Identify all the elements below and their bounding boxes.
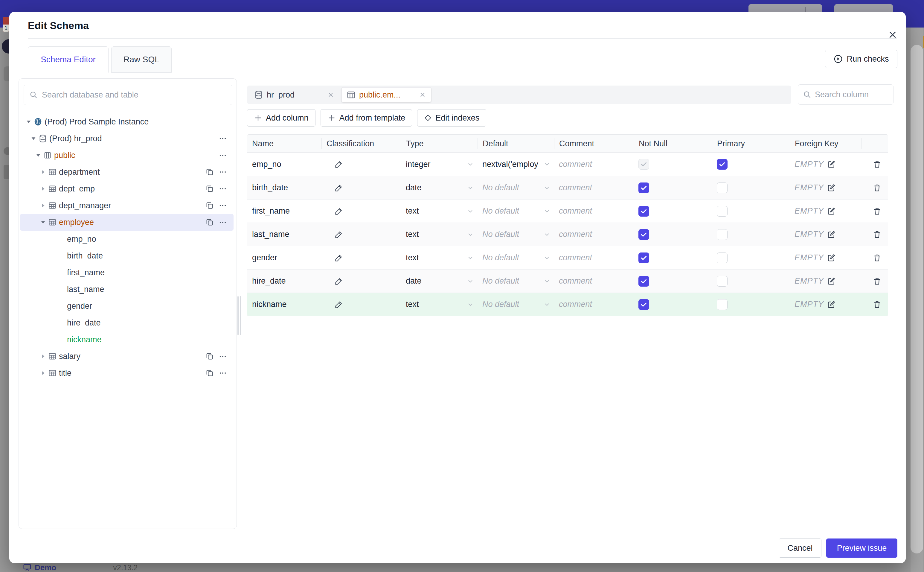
delete-row-icon[interactable]	[873, 277, 882, 286]
comment-cell[interactable]: comment	[554, 253, 634, 263]
delete-row-icon[interactable]	[873, 160, 882, 169]
add-column-button[interactable]: Add column	[247, 109, 315, 127]
chevron-down-icon[interactable]	[543, 278, 550, 285]
panel-resize-handle[interactable]	[237, 296, 241, 335]
primary-checkbox[interactable]	[717, 299, 727, 310]
default-select[interactable]: No default	[478, 207, 554, 216]
edit-foreign-key-icon[interactable]	[827, 277, 836, 286]
primary-checkbox[interactable]	[717, 206, 727, 217]
type-select[interactable]: date	[401, 183, 478, 192]
copy-icon[interactable]	[203, 168, 216, 176]
classification-pencil-icon[interactable]	[335, 300, 343, 309]
delete-row-icon[interactable]	[873, 207, 882, 216]
tree-item-first_name[interactable]: first_name	[20, 264, 234, 281]
copy-icon[interactable]	[203, 218, 216, 227]
copy-icon[interactable]	[203, 369, 216, 377]
comment-cell[interactable]: comment	[554, 183, 634, 192]
column-name[interactable]: gender	[252, 253, 277, 263]
chevron-down-icon[interactable]	[467, 301, 474, 308]
tree-item-title[interactable]: title	[20, 365, 234, 381]
more-menu-icon[interactable]	[216, 201, 229, 210]
column-name[interactable]: last_name	[252, 230, 290, 239]
edit-foreign-key-icon[interactable]	[827, 230, 836, 239]
default-select[interactable]: nextval('employ	[478, 160, 554, 169]
primary-checkbox[interactable]	[717, 252, 727, 263]
type-select[interactable]: text	[401, 230, 478, 239]
chevron-down-icon[interactable]	[467, 254, 474, 261]
add-from-template-button[interactable]: Add from template	[321, 109, 412, 127]
default-select[interactable]: No default	[478, 300, 554, 309]
column-search-box[interactable]	[798, 84, 893, 105]
more-menu-icon[interactable]	[216, 151, 229, 159]
caret-down-icon[interactable]	[34, 152, 42, 159]
demo-badge[interactable]: Demo	[23, 563, 56, 572]
tree-item-last_name[interactable]: last_name	[20, 281, 234, 298]
not-null-checkbox[interactable]	[639, 299, 649, 310]
chevron-down-icon[interactable]	[543, 208, 550, 215]
caret-down-icon[interactable]	[25, 118, 33, 125]
default-select[interactable]: No default	[478, 230, 554, 239]
comment-cell[interactable]: comment	[554, 230, 634, 239]
classification-pencil-icon[interactable]	[335, 230, 343, 239]
more-menu-icon[interactable]	[216, 134, 229, 143]
tree-item-gender[interactable]: gender	[20, 298, 234, 314]
type-select[interactable]: text	[401, 300, 478, 309]
comment-cell[interactable]: comment	[554, 277, 634, 286]
chevron-down-icon[interactable]	[543, 184, 550, 191]
tree-item-employee[interactable]: employee	[20, 214, 234, 231]
delete-row-icon[interactable]	[873, 300, 882, 309]
not-null-checkbox[interactable]	[639, 182, 649, 193]
chevron-down-icon[interactable]	[467, 161, 474, 168]
type-select[interactable]: date	[401, 277, 478, 286]
more-menu-icon[interactable]	[216, 168, 229, 176]
copy-icon[interactable]	[203, 185, 216, 193]
copy-icon[interactable]	[203, 352, 216, 361]
caret-right-icon[interactable]	[39, 185, 47, 192]
caret-right-icon[interactable]	[39, 169, 47, 175]
column-name[interactable]: birth_date	[252, 183, 288, 192]
tree-item-salary[interactable]: salary	[20, 348, 234, 365]
comment-cell[interactable]: comment	[554, 160, 634, 169]
tree-item-nickname[interactable]: nickname	[20, 331, 234, 348]
edit-foreign-key-icon[interactable]	[827, 183, 836, 192]
chevron-down-icon[interactable]	[467, 278, 474, 285]
preview-issue-button[interactable]: Preview issue	[826, 538, 898, 558]
tree-item--prod-hr_prod[interactable]: (Prod) hr_prod	[20, 130, 234, 147]
tree-item-department[interactable]: department	[20, 164, 234, 180]
classification-pencil-icon[interactable]	[335, 160, 343, 168]
tree-search-input[interactable]	[42, 90, 227, 99]
cancel-button[interactable]: Cancel	[779, 538, 822, 558]
caret-right-icon[interactable]	[39, 353, 47, 360]
type-select[interactable]: text	[401, 207, 478, 216]
tab-chip-hr-prod[interactable]: hr_prod	[250, 87, 339, 102]
chevron-down-icon[interactable]	[543, 231, 550, 238]
classification-pencil-icon[interactable]	[335, 207, 343, 215]
not-null-checkbox[interactable]	[639, 229, 649, 240]
comment-cell[interactable]: comment	[554, 300, 634, 309]
classification-pencil-icon[interactable]	[335, 254, 343, 262]
column-name[interactable]: nickname	[252, 300, 287, 309]
default-select[interactable]: No default	[478, 183, 554, 192]
primary-checkbox[interactable]	[717, 229, 727, 240]
close-tab-icon[interactable]	[327, 91, 334, 98]
copy-icon[interactable]	[203, 201, 216, 210]
tree-item-dept_emp[interactable]: dept_emp	[20, 180, 234, 197]
tree-item-dept_manager[interactable]: dept_manager	[20, 197, 234, 214]
edit-indexes-button[interactable]: Edit indexes	[417, 109, 486, 127]
edit-foreign-key-icon[interactable]	[827, 160, 836, 169]
caret-down-icon[interactable]	[39, 219, 47, 225]
chevron-down-icon[interactable]	[543, 301, 550, 308]
primary-checkbox[interactable]	[717, 276, 727, 287]
edit-foreign-key-icon[interactable]	[827, 253, 836, 263]
chevron-down-icon[interactable]	[467, 231, 474, 238]
tree-item-birth_date[interactable]: birth_date	[20, 247, 234, 264]
not-null-checkbox[interactable]	[639, 252, 649, 263]
not-null-checkbox[interactable]	[639, 276, 649, 287]
chevron-down-icon[interactable]	[543, 254, 550, 261]
chevron-down-icon[interactable]	[543, 161, 550, 168]
primary-checkbox[interactable]	[717, 159, 727, 169]
tree-item-public[interactable]: public	[20, 147, 234, 164]
more-menu-icon[interactable]	[216, 369, 229, 377]
type-select[interactable]: integer	[401, 160, 478, 169]
caret-down-icon[interactable]	[29, 135, 37, 142]
